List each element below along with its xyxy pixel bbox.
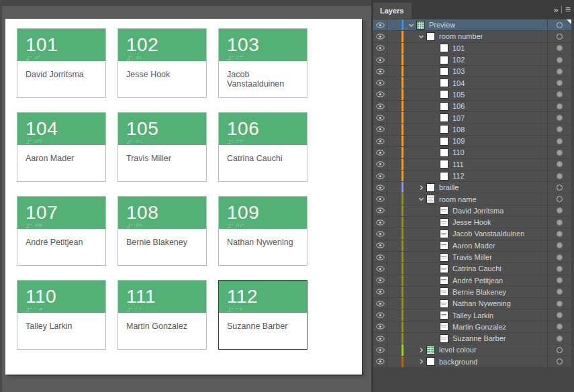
target-circle[interactable] [547, 275, 571, 286]
target-circle[interactable] [547, 356, 571, 367]
target-circle[interactable] [547, 240, 571, 251]
layer-label[interactable]: 111 [452, 160, 464, 168]
layer-row-preview[interactable]: Preview [373, 19, 571, 31]
layer-row-braille[interactable]: braille [373, 182, 571, 193]
lock-column-cell[interactable] [387, 89, 401, 100]
layer-label[interactable]: Preview [429, 21, 455, 29]
room-card-106[interactable]: 106⠼⠁⠚⠋Catrina Cauchi [218, 112, 307, 182]
visibility-toggle[interactable] [373, 182, 387, 193]
target-circle[interactable] [547, 228, 571, 239]
layer-row-112[interactable]: 112 [373, 170, 571, 182]
layer-row-catrina-cauchi[interactable]: Catrina Cauchi [373, 263, 571, 275]
visibility-toggle[interactable] [373, 344, 387, 355]
layer-row-room-number[interactable]: room number [373, 31, 571, 42]
target-circle[interactable] [547, 54, 571, 65]
layer-label[interactable]: 110 [452, 148, 465, 156]
target-circle[interactable] [547, 322, 571, 332]
layer-row-107[interactable]: 107 [373, 112, 571, 124]
lock-column-cell[interactable] [387, 356, 401, 367]
target-circle[interactable] [547, 101, 571, 111]
layer-row-105[interactable]: 105 [373, 89, 571, 101]
lock-column-cell[interactable] [387, 322, 401, 332]
room-card-101[interactable]: 101⠼⠁⠚⠁David Jorritsma [17, 28, 106, 98]
layer-row-111[interactable]: 111 [373, 159, 571, 170]
lock-column-cell[interactable] [387, 101, 401, 111]
layer-row-david-jorritsma[interactable]: David Jorritsma [373, 205, 571, 217]
visibility-toggle[interactable] [373, 333, 387, 344]
visibility-toggle[interactable] [373, 240, 387, 251]
room-card-107[interactable]: 107⠼⠁⠚⠛André Petitjean [17, 196, 106, 266]
target-circle[interactable] [547, 89, 571, 100]
room-card-105[interactable]: 105⠼⠁⠚⠑Travis Miller [117, 112, 207, 182]
lock-column-cell[interactable] [387, 263, 401, 274]
visibility-toggle[interactable] [373, 356, 387, 367]
target-circle[interactable] [547, 159, 571, 170]
layer-label[interactable]: Nathan Nywening [452, 299, 511, 307]
lock-column-cell[interactable] [387, 344, 401, 355]
lock-column-cell[interactable] [387, 124, 401, 135]
target-circle[interactable] [547, 333, 571, 344]
layer-row-109[interactable]: 109 [373, 136, 571, 147]
layer-label[interactable]: braille [439, 183, 459, 191]
layer-label[interactable]: André Petitjean [452, 277, 503, 285]
layer-label[interactable]: room name [439, 195, 477, 203]
visibility-toggle[interactable] [373, 263, 387, 274]
layer-label[interactable]: 106 [452, 102, 465, 110]
room-card-109[interactable]: 109⠼⠁⠚⠊Nathan Nywening [218, 196, 307, 266]
lock-column-cell[interactable] [387, 66, 401, 77]
layer-row-level-colour[interactable]: level colour [373, 344, 571, 356]
lock-column-cell[interactable] [387, 309, 401, 320]
layer-label[interactable]: 104 [452, 79, 465, 87]
lock-column-cell[interactable] [387, 77, 401, 88]
layer-label[interactable]: level colour [439, 346, 477, 354]
visibility-toggle[interactable] [373, 77, 387, 88]
lock-column-cell[interactable] [387, 31, 401, 42]
target-circle[interactable] [547, 43, 571, 54]
layer-label[interactable]: 105 [452, 91, 465, 99]
chevron-down-icon[interactable] [416, 34, 426, 40]
layer-row-jesse-hook[interactable]: Jesse Hook [373, 217, 571, 228]
layer-row-suzanne-barber[interactable]: Suzanne Barber [373, 333, 571, 344]
lock-column-cell[interactable] [387, 240, 401, 251]
target-circle[interactable] [547, 252, 571, 262]
artboard[interactable]: 101⠼⠁⠚⠁David Jorritsma102⠼⠁⠚⠃Jesse Hook1… [5, 19, 362, 375]
layer-row-room-name[interactable]: room name [373, 193, 571, 205]
lock-column-cell[interactable] [387, 112, 401, 123]
layer-label[interactable]: Bernie Blakeney [452, 288, 506, 296]
target-circle[interactable] [547, 170, 571, 181]
panel-menu-icon[interactable]: ≡ [565, 4, 571, 15]
layer-label[interactable]: 108 [452, 126, 465, 134]
lock-column-cell[interactable] [387, 217, 401, 228]
layer-row-travis-miller[interactable]: Travis Miller [373, 252, 571, 263]
chevron-down-icon[interactable] [416, 196, 426, 202]
room-card-102[interactable]: 102⠼⠁⠚⠃Jesse Hook [117, 28, 207, 98]
canvas-area[interactable]: 101⠼⠁⠚⠁David Jorritsma102⠼⠁⠚⠃Jesse Hook1… [0, 0, 373, 392]
visibility-toggle[interactable] [373, 31, 387, 42]
layer-label[interactable]: Travis Miller [452, 253, 492, 261]
visibility-toggle[interactable] [373, 101, 387, 111]
visibility-toggle[interactable] [373, 159, 387, 170]
lock-column-cell[interactable] [387, 147, 401, 158]
visibility-toggle[interactable] [373, 193, 387, 204]
layer-label[interactable]: 112 [452, 172, 465, 180]
lock-column-cell[interactable] [387, 228, 401, 239]
target-circle[interactable] [547, 147, 571, 158]
layer-row-102[interactable]: 102 [373, 54, 571, 66]
room-card-104[interactable]: 104⠼⠁⠚⠙Aaron Mader [17, 112, 106, 182]
visibility-toggle[interactable] [373, 287, 387, 297]
layer-label[interactable]: 101 [452, 44, 465, 52]
layer-label[interactable]: David Jorritsma [452, 207, 504, 215]
visibility-toggle[interactable] [373, 275, 387, 286]
room-card-111[interactable]: 111⠼⠁⠁⠁Martin Gonzalez [117, 280, 207, 350]
target-circle[interactable] [547, 298, 571, 309]
layer-row-bernie-blakeney[interactable]: Bernie Blakeney [373, 287, 571, 298]
visibility-toggle[interactable] [373, 112, 387, 123]
collapse-panel-icon[interactable]: » [554, 5, 558, 15]
lock-column-cell[interactable] [387, 193, 401, 204]
visibility-toggle[interactable] [373, 309, 387, 320]
visibility-toggle[interactable] [373, 147, 387, 158]
layer-label[interactable]: room number [439, 32, 483, 40]
layer-label[interactable]: 109 [452, 137, 465, 145]
lock-column-cell[interactable] [387, 333, 401, 344]
layer-label[interactable]: Jesse Hook [452, 218, 491, 226]
